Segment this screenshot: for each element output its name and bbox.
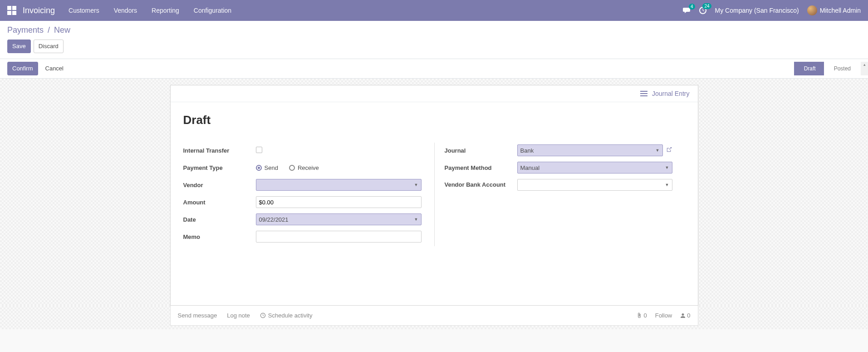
label-payment-method: Payment Method [435,164,517,171]
internal-transfer-checkbox[interactable] [256,147,262,153]
form-sheet: Journal Entry Draft Internal Transfer Pa… [170,85,698,306]
journal-entry-icon [640,91,647,96]
status-step-draft[interactable]: Draft [794,62,824,75]
confirm-button[interactable]: Confirm [7,62,38,75]
sheet-toolbar: Journal Entry [171,85,698,102]
avatar-icon [807,5,817,15]
user-name: Mitchell Admin [820,7,861,14]
discuss-badge: 4 [689,4,695,10]
chatter-follow[interactable]: Follow [655,312,672,319]
date-input[interactable]: 09/22/2021 ▼ [256,213,422,225]
content: Journal Entry Draft Internal Transfer Pa… [0,79,868,306]
company-switcher[interactable]: My Company (San Francisco) [715,7,799,14]
caret-down-icon: ▼ [665,165,669,170]
vendor-bank-account-select[interactable]: ▼ [517,179,672,191]
chatter: Send message Log note Schedule activity … [170,306,698,326]
external-link-icon[interactable] [666,146,672,154]
radio-send[interactable]: Send [256,164,278,171]
status-steps: Draft Posted [794,62,859,75]
status-bar: Confirm Cancel Draft Posted [0,59,868,79]
menu-vendors[interactable]: Vendors [114,7,137,14]
discuss-icon[interactable]: 4 [682,7,691,14]
followers-count: 0 [687,312,690,319]
label-vendor-bank-account: Vendor Bank Account [435,181,517,189]
user-menu[interactable]: Mitchell Admin [807,5,861,15]
caret-down-icon: ▼ [414,217,418,222]
group-right: Journal Bank ▼ [434,143,685,246]
navbar: Invoicing Customers Vendors Reporting Co… [0,0,868,21]
breadcrumb-sep: / [48,25,50,35]
date-value: 09/22/2021 [259,216,289,223]
label-internal-transfer: Internal Transfer [183,147,256,154]
scrollbar[interactable] [861,62,868,75]
chatter-attachments[interactable]: 0 [637,312,647,319]
radio-receive[interactable]: Receive [289,164,319,171]
systray: 4 24 My Company (San Francisco) Mitchell… [682,5,861,15]
activities-badge: 24 [702,3,711,9]
vendor-select[interactable]: ▼ [256,179,422,191]
record-title: Draft [183,113,685,127]
menu-configuration[interactable]: Configuration [194,7,231,14]
stat-journal-entry-label: Journal Entry [652,90,689,97]
caret-down-icon: ▼ [665,183,669,187]
chatter-followers[interactable]: 0 [680,312,690,319]
radio-receive-label: Receive [298,164,319,171]
user-icon [680,313,686,318]
cp-buttons: Save Discard [7,40,861,53]
memo-input[interactable] [256,231,422,243]
chatter-schedule-activity[interactable]: Schedule activity [260,312,313,319]
chatter-send-message[interactable]: Send message [178,312,217,319]
activities-icon[interactable]: 24 [699,6,707,15]
status-step-posted[interactable]: Posted [824,62,859,75]
amount-input[interactable] [256,196,422,208]
journal-select[interactable]: Bank ▼ [517,144,663,156]
payment-method-select[interactable]: Manual ▼ [517,162,672,174]
radio-send-label: Send [265,164,278,171]
cancel-button[interactable]: Cancel [41,62,68,75]
group-left: Internal Transfer Payment Type Send [183,143,434,246]
stat-journal-entry[interactable]: Journal Entry [640,90,689,97]
clock-icon [260,312,266,318]
label-payment-type: Payment Type [183,164,256,171]
label-amount: Amount [183,199,256,206]
menu-reporting[interactable]: Reporting [152,7,179,14]
save-button[interactable]: Save [7,40,31,53]
chatter-log-note[interactable]: Log note [227,312,250,319]
breadcrumb: Payments / New [7,25,861,35]
menu-customers[interactable]: Customers [69,7,99,14]
label-journal: Journal [435,147,517,154]
schedule-activity-label: Schedule activity [268,312,313,319]
caret-down-icon: ▼ [414,183,418,187]
control-panel: Payments / New Save Discard [0,21,868,59]
label-memo: Memo [183,233,256,240]
label-vendor: Vendor [183,182,256,188]
radio-dot-icon [289,165,295,171]
attachments-count: 0 [643,312,647,319]
label-date: Date [183,216,256,223]
breadcrumb-parent[interactable]: Payments [7,25,44,35]
journal-value: Bank [520,147,534,154]
caret-down-icon: ▼ [656,148,660,153]
paperclip-icon [637,312,642,319]
breadcrumb-current: New [54,25,70,35]
brand[interactable]: Invoicing [23,6,55,15]
radio-dot-icon [256,165,262,171]
payment-method-value: Manual [520,164,540,171]
apps-icon[interactable] [7,6,16,15]
navbar-menu: Customers Vendors Reporting Configuratio… [69,7,231,14]
discard-button[interactable]: Discard [34,40,64,53]
